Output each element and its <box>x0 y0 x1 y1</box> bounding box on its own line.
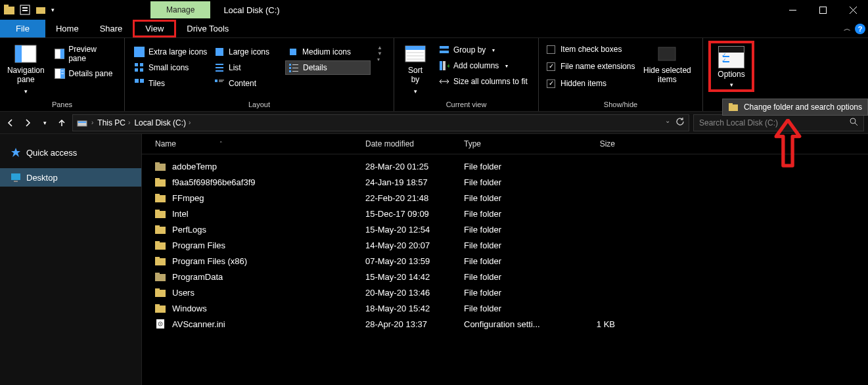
file-list-panel: Name˄ Date modified Type Size adobeTemp2… <box>142 134 868 385</box>
file-date: 28-Mar-20 01:25 <box>365 162 464 171</box>
size-columns-button[interactable]: Size all columns to fit <box>435 75 532 88</box>
svg-rect-73 <box>155 258 166 265</box>
group-label-current-view: Current view <box>394 99 538 111</box>
svg-rect-5 <box>36 7 45 14</box>
checkbox-file-name-extensions[interactable]: File name extensions <box>544 60 637 72</box>
svg-rect-11 <box>15 45 22 62</box>
file-date: 24-Jan-19 18:57 <box>365 177 464 187</box>
column-header-type[interactable]: Type <box>464 139 562 148</box>
sidebar-quick-access[interactable]: Quick access <box>0 143 141 162</box>
close-button[interactable] <box>838 0 868 20</box>
file-type: File folder <box>464 272 562 282</box>
table-row[interactable]: Program Files14-May-20 20:07File folder <box>155 237 855 253</box>
file-type: File folder <box>464 288 562 298</box>
chevron-down-icon: ▾ <box>492 47 495 53</box>
tab-drive-tools[interactable]: Drive Tools <box>176 20 239 37</box>
table-row[interactable]: Windows18-May-20 15:42File folder <box>155 300 855 316</box>
layout-tiles[interactable]: Tiles <box>131 76 210 91</box>
layout-scroll-up-icon[interactable]: ▲ <box>377 45 382 51</box>
layout-expand-icon[interactable]: ▾ <box>377 57 382 62</box>
address-dropdown-icon[interactable]: ⌄ <box>665 117 670 128</box>
file-date: 22-Feb-20 21:48 <box>365 193 464 203</box>
table-row[interactable]: Intel15-Dec-17 09:09File folder <box>155 206 855 221</box>
group-by-button[interactable]: Group by▾ <box>435 43 532 57</box>
preview-pane-button[interactable]: Preview pane <box>51 43 119 64</box>
sort-by-button[interactable]: Sort by ▾ <box>400 41 431 95</box>
folder-icon <box>155 256 166 266</box>
minimize-button[interactable] <box>777 0 808 20</box>
table-row[interactable]: f9aa5f698f96be6af3f924-Jan-19 18:57File … <box>155 174 855 190</box>
help-icon[interactable]: ? <box>855 24 865 34</box>
layout-list[interactable]: List <box>212 60 284 75</box>
svg-rect-3 <box>22 7 28 9</box>
table-row[interactable]: PerfLogs15-May-20 12:54File folder <box>155 221 855 237</box>
file-date: 18-May-20 15:42 <box>365 304 464 313</box>
forward-button[interactable] <box>21 116 34 129</box>
layout-details[interactable]: Details <box>285 60 371 75</box>
address-bar[interactable]: › This PC › Local Disk (C:) › ⌄ <box>72 114 689 131</box>
refresh-icon[interactable] <box>675 117 685 128</box>
config-file-icon <box>155 319 166 329</box>
preview-pane-icon <box>55 49 65 59</box>
recent-locations-button[interactable]: ▾ <box>38 116 51 129</box>
file-date: 14-May-20 20:07 <box>365 240 464 250</box>
column-header-size[interactable]: Size <box>562 139 628 148</box>
file-date: 28-Apr-20 13:37 <box>365 319 464 329</box>
options-dropdown-item[interactable]: Change folder and search options <box>722 99 868 116</box>
folder-icon <box>155 287 166 298</box>
svg-rect-65 <box>155 195 166 202</box>
new-folder-icon[interactable] <box>35 5 46 15</box>
file-name: Program Files (x86) <box>172 256 365 266</box>
svg-rect-30 <box>289 67 291 69</box>
tab-view[interactable]: View <box>133 20 176 37</box>
file-date: 15-May-20 12:54 <box>365 225 464 235</box>
options-button[interactable]: Options ▾ <box>712 45 750 88</box>
layout-extra-large-icons[interactable]: Extra large icons <box>131 45 210 59</box>
ribbon-tabs: File Home Share View Drive Tools ︿ ? <box>0 20 868 38</box>
layout-content[interactable]: Content <box>212 76 284 91</box>
svg-rect-75 <box>155 274 166 281</box>
checkbox-hidden-items[interactable]: Hidden items <box>544 78 637 89</box>
table-row[interactable]: AVScanner.ini28-Apr-20 13:37Configuratio… <box>155 316 855 332</box>
svg-rect-74 <box>155 257 160 259</box>
back-button[interactable] <box>4 116 17 129</box>
add-columns-button[interactable]: +Add columns▾ <box>435 59 532 72</box>
details-pane-icon <box>55 68 65 79</box>
table-row[interactable]: ProgramData15-May-20 14:42File folder <box>155 269 855 284</box>
desktop-icon <box>11 172 21 183</box>
column-header-name[interactable]: Name˄ <box>155 139 365 148</box>
svg-rect-19 <box>216 48 223 56</box>
layout-large-icons[interactable]: Large icons <box>212 45 284 59</box>
hide-selected-items-button[interactable]: Hide selected items <box>641 41 693 84</box>
ribbon-collapse-icon[interactable]: ︿ <box>844 24 851 34</box>
sidebar-desktop[interactable]: Desktop <box>0 168 141 187</box>
context-tab-manage[interactable]: Manage <box>150 1 210 18</box>
column-header-date[interactable]: Date modified <box>365 139 464 148</box>
up-button[interactable] <box>55 116 68 129</box>
file-type: File folder <box>464 209 562 219</box>
tab-share[interactable]: Share <box>89 20 133 37</box>
svg-rect-1 <box>4 5 9 7</box>
qat-dropdown-icon[interactable]: ▾ <box>51 7 55 13</box>
table-row[interactable]: adobeTemp28-Mar-20 01:25File folder <box>155 158 855 174</box>
maximize-button[interactable] <box>808 0 838 20</box>
table-row[interactable]: Users20-May-20 13:46File folder <box>155 284 855 300</box>
breadcrumb-this-pc[interactable]: This PC › <box>97 118 130 127</box>
chevron-down-icon: ▾ <box>24 88 28 95</box>
breadcrumb-local-disk[interactable]: Local Disk (C:) › <box>134 118 191 127</box>
table-row[interactable]: Program Files (x86)07-May-20 13:59File f… <box>155 253 855 269</box>
checkbox-item-check-boxes[interactable]: Item check boxes <box>544 43 637 55</box>
details-pane-button[interactable]: Details pane <box>51 67 119 80</box>
search-icon[interactable] <box>849 117 858 128</box>
layout-medium-icons[interactable]: Medium icons <box>285 45 371 59</box>
layout-small-icons[interactable]: Small icons <box>131 60 210 75</box>
table-row[interactable]: FFmpeg22-Feb-20 21:48File folder <box>155 190 855 206</box>
group-label-layout: Layout <box>125 99 394 111</box>
properties-icon[interactable] <box>20 5 30 15</box>
navigation-pane-button[interactable]: Navigation pane ▾ <box>5 41 47 95</box>
layout-scroll-down-icon[interactable]: ▼ <box>377 51 382 57</box>
search-input[interactable]: Search Local Disk (C:) <box>693 114 864 131</box>
tab-home[interactable]: Home <box>45 20 89 37</box>
tab-file[interactable]: File <box>0 20 45 37</box>
svg-rect-80 <box>155 304 160 306</box>
